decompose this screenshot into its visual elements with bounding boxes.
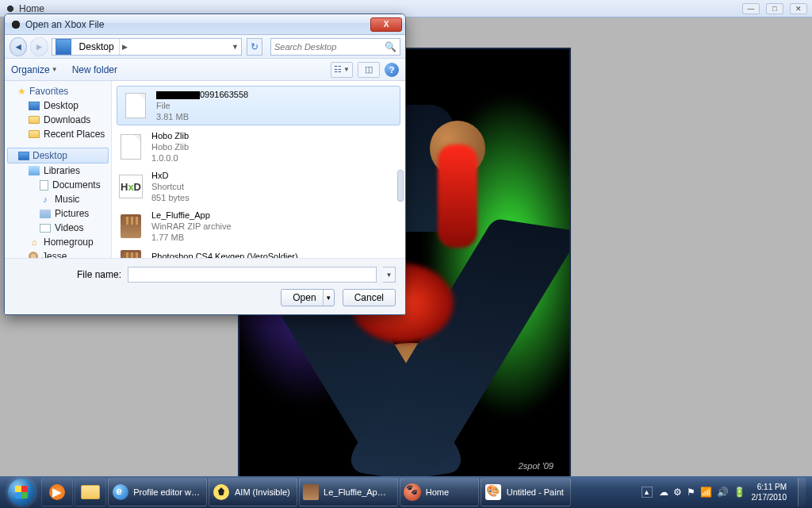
dialog-titlebar[interactable]: Open an Xbox File X <box>5 14 405 35</box>
organize-menu[interactable]: Organize ▼ <box>11 64 58 75</box>
file-icon <box>121 134 141 160</box>
tray-network-icon[interactable]: 📶 <box>700 487 712 498</box>
tray-overflow-button[interactable]: ▲ <box>642 487 653 498</box>
file-size: 3.81 MB <box>156 111 248 122</box>
breadcrumb-location[interactable]: Desktop <box>75 39 120 55</box>
dialog-title: Open an Xbox File <box>25 19 104 30</box>
pinned-wmp[interactable]: ▶ <box>41 478 73 506</box>
parent-close-button[interactable]: ✕ <box>790 3 807 14</box>
sidebar-item-documents[interactable]: Documents <box>5 178 111 192</box>
navigation-sidebar: ★Favorites Desktop Downloads Recent Plac… <box>5 81 112 258</box>
sidebar-item-desktop-root[interactable]: Desktop <box>7 148 109 164</box>
breadcrumb[interactable]: Desktop ▶ ▼ <box>52 38 242 56</box>
dialog-paw-icon <box>10 18 22 31</box>
start-button[interactable] <box>3 478 40 506</box>
sidebar-item-downloads[interactable]: Downloads <box>5 113 111 127</box>
desktop-icon <box>29 102 40 110</box>
scrollbar[interactable] <box>397 170 404 202</box>
dialog-toolbar: Organize ▼ New folder ☷▼ ◫ ? <box>5 59 405 81</box>
rar-icon <box>121 214 141 238</box>
file-type: File <box>156 100 248 111</box>
libraries-icon <box>29 166 40 175</box>
breadcrumb-arrow-icon[interactable]: ▶ <box>120 43 131 51</box>
taskbar-label: Le_Fluffie_App.z... <box>324 487 391 497</box>
file-item[interactable]: Photoshop CS4 Keygen (VeroSoldier) WinRA… <box>112 246 405 258</box>
sidebar-item-recent-places[interactable]: Recent Places <box>5 127 111 141</box>
file-open-dialog: Open an Xbox File X ◄ ► Desktop ▶ ▼ ↻ 🔍 … <box>4 13 406 315</box>
filename-input[interactable] <box>128 267 377 283</box>
file-name: HxD <box>151 170 190 181</box>
user-icon <box>29 252 38 258</box>
breadcrumb-dropdown-icon[interactable]: ▼ <box>230 43 241 51</box>
caret-down-icon: ▼ <box>52 66 58 73</box>
file-item[interactable]: Hobo Zlib Hobo Zlib 1.0.0.0 <box>112 127 405 167</box>
parent-app-icon <box>5 3 16 14</box>
parent-maximize-button[interactable]: □ <box>766 3 783 14</box>
sidebar-item-libraries[interactable]: Libraries <box>5 164 111 178</box>
ie-icon <box>113 484 128 500</box>
tray-icon[interactable]: ⚙ <box>673 487 682 498</box>
nav-forward-button[interactable]: ► <box>30 37 48 56</box>
show-desktop-button[interactable] <box>798 478 806 506</box>
favorites-header[interactable]: ★Favorites <box>5 84 111 98</box>
file-item[interactable]: 0991663558 File 3.81 MB <box>117 86 400 125</box>
organize-label: Organize <box>11 64 50 75</box>
sidebar-item-pictures[interactable]: Pictures <box>5 206 111 221</box>
file-item[interactable]: Le_Fluffie_App WinRAR ZIP archive 1.77 M… <box>112 206 405 246</box>
system-tray: ▲ ☁ ⚙ ⚑ 📶 🔊 🔋 6:11 PM 2/17/2010 <box>642 478 810 506</box>
taskbar-item[interactable]: Untitled - Paint <box>481 478 571 506</box>
nav-back-button[interactable]: ◄ <box>10 37 27 56</box>
search-input[interactable] <box>274 42 385 52</box>
sidebar-item-desktop[interactable]: Desktop <box>5 98 111 113</box>
file-name: Photoshop CS4 Keygen (VeroSoldier) <box>151 251 298 258</box>
sidebar-item-videos[interactable]: Videos <box>5 221 111 235</box>
tray-icons[interactable]: ☁ ⚙ ⚑ 📶 🔊 🔋 <box>659 487 745 498</box>
view-mode-button[interactable]: ☷▼ <box>331 62 353 78</box>
tray-flag-icon[interactable]: ⚑ <box>687 487 695 498</box>
redacted-text <box>156 91 200 99</box>
paint-icon <box>485 484 501 500</box>
sidebar-item-music[interactable]: ♪Music <box>5 192 111 206</box>
new-folder-button[interactable]: New folder <box>72 64 117 75</box>
file-size: 1.77 MB <box>151 232 232 243</box>
dialog-close-button[interactable]: X <box>370 17 402 32</box>
help-button[interactable]: ? <box>385 63 399 77</box>
search-icon[interactable]: 🔍 <box>385 41 396 52</box>
media-player-icon: ▶ <box>49 484 65 500</box>
search-box[interactable]: 🔍 <box>270 38 400 56</box>
tray-volume-icon[interactable]: 🔊 <box>717 487 729 498</box>
artwork-signature: 2spot '09 <box>519 461 553 471</box>
file-item[interactable]: HxD HxD Shortcut 851 bytes <box>112 167 405 206</box>
taskbar-item[interactable]: AIM (Invisible) <box>209 478 297 506</box>
music-icon: ♪ <box>40 194 51 205</box>
preview-pane-button[interactable]: ◫ <box>358 62 380 78</box>
taskbar-clock[interactable]: 6:11 PM 2/17/2010 <box>752 482 787 502</box>
sidebar-item-jesse[interactable]: Jesse <box>5 249 111 258</box>
taskbar-item[interactable]: Home <box>400 478 479 506</box>
dialog-nav-bar: ◄ ► Desktop ▶ ▼ ↻ 🔍 <box>5 35 405 59</box>
refresh-button[interactable]: ↻ <box>247 38 262 56</box>
parent-title: Home <box>19 3 44 14</box>
file-type: Hobo Zlib <box>151 141 189 152</box>
file-size: 1.0.0.0 <box>151 152 189 164</box>
pictures-icon <box>40 210 51 218</box>
file-type: WinRAR ZIP archive <box>151 221 232 232</box>
sidebar-item-homegroup[interactable]: ⌂Homegroup <box>5 235 111 249</box>
taskbar-item[interactable]: Profile editor wil... <box>108 478 207 506</box>
filename-dropdown-icon[interactable]: ▼ <box>383 267 396 283</box>
file-list[interactable]: 0991663558 File 3.81 MB Hobo Zlib Hobo Z… <box>112 81 405 258</box>
file-type: Shortcut <box>151 181 190 192</box>
open-button[interactable]: Open ▼ <box>281 289 334 306</box>
open-dropdown-icon[interactable]: ▼ <box>323 290 334 306</box>
parent-minimize-button[interactable]: — <box>742 3 760 14</box>
dialog-footer: File name: ▼ Open ▼ Cancel <box>5 258 405 314</box>
tray-icon[interactable]: ☁ <box>659 487 668 498</box>
homegroup-icon: ⌂ <box>29 237 40 248</box>
taskbar-item[interactable]: Le_Fluffie_App.z... <box>299 478 398 506</box>
pinned-explorer[interactable] <box>75 478 106 506</box>
cancel-button[interactable]: Cancel <box>343 289 396 306</box>
tray-battery-icon[interactable]: 🔋 <box>733 487 745 498</box>
explorer-icon <box>81 485 100 499</box>
clock-time: 6:11 PM <box>752 482 787 492</box>
desktop-icon <box>18 152 29 160</box>
